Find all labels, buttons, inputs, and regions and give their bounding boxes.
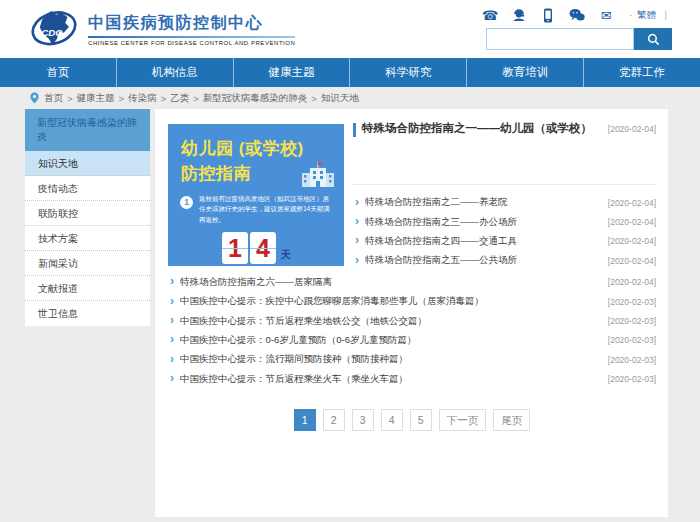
poster-days-unit: 天	[281, 248, 291, 262]
chevron-right-icon: ›	[355, 233, 359, 247]
sidebar-item[interactable]: 疫情动态	[25, 176, 150, 201]
nav-item[interactable]: 党群工作	[584, 58, 700, 87]
featured-poster[interactable]: 幼儿园 (或学校) 防控指南 1 返校前有过疫情高发地区（如武汉等地区	[168, 124, 344, 266]
main-nav: 首页机构信息健康主题科学研究教育培训党群工作	[0, 58, 700, 87]
article-date: [2020-02-04]	[600, 217, 656, 227]
nav-item[interactable]: 机构信息	[117, 58, 234, 87]
page-button[interactable]: 4	[381, 409, 403, 431]
sidebar-item[interactable]: 联防联控	[25, 201, 150, 226]
search-button[interactable]	[634, 28, 672, 50]
breadcrumb-link[interactable]: 乙类	[170, 92, 189, 105]
article-title[interactable]: 中国疾控中心提示：节后返程乘坐火车（乘坐火车篇）	[180, 373, 408, 386]
pagination: 12345下一页尾页	[168, 409, 656, 431]
article-row[interactable]: › 中国疾控中心提示：节后返程乘坐火车（乘坐火车篇） [2020-02-03]	[168, 370, 656, 389]
breadcrumb-separator: >	[119, 93, 125, 104]
breadcrumb-link[interactable]: 首页	[44, 92, 63, 105]
article-date: [2020-02-03]	[600, 355, 656, 365]
breadcrumb-link[interactable]: 传染病	[128, 92, 157, 105]
article-date: [2020-02-04]	[600, 236, 656, 246]
breadcrumb: 首页>健康主题>传染病>乙类>新型冠状病毒感染的肺炎>知识天地>	[0, 87, 700, 109]
article-row[interactable]: › 中国疾控中心提示：0-6岁儿童预防（0-6岁儿童预防篇） [2020-02-…	[168, 331, 656, 350]
site-subtitle: CHINESE CENTER FOR DISEASE CONTROL AND P…	[88, 40, 295, 46]
featured-article-title[interactable]: 特殊场合防控指南之一——幼儿园（或学校）	[362, 121, 592, 136]
chevron-right-icon: ›	[355, 214, 359, 228]
mobile-icon[interactable]	[540, 8, 556, 22]
page-button[interactable]: 5	[410, 409, 432, 431]
cdc-logo-icon: CDC	[30, 4, 78, 54]
article-row[interactable]: › 中国疾控中心提示：流行期间预防接种（预防接种篇） [2020-02-03]	[168, 350, 656, 369]
wechat-icon[interactable]	[569, 8, 585, 22]
featured-section: 幼儿园 (或学校) 防控指南 1 返校前有过疫情高发地区（如武汉等地区	[168, 121, 656, 271]
breadcrumb-link[interactable]: 健康主题	[77, 92, 115, 105]
breadcrumb-separator: >	[161, 93, 167, 104]
article-date: [2020-02-04]	[600, 198, 656, 208]
site-header: CDC 中国疾病预防控制中心 CHINESE CENTER FOR DISEAS…	[0, 0, 700, 58]
service-icon[interactable]	[511, 8, 527, 22]
article-title[interactable]: 特殊场合防控指南之二——养老院	[365, 196, 508, 209]
poster-step-number: 1	[180, 196, 193, 209]
flip-card-digit-1: 1	[222, 232, 248, 264]
site-title: 中国疾病预防控制中心	[88, 13, 295, 34]
article-row[interactable]: › 中国疾控中心提示：疾控中心跟您聊聊居家消毒那些事儿（居家消毒篇） [2020…	[168, 292, 656, 311]
nav-item[interactable]: 教育培训	[467, 58, 584, 87]
phone-icon[interactable]: ☎	[482, 8, 498, 22]
lang-divider: ｜	[661, 9, 670, 22]
nav-item[interactable]: 首页	[0, 58, 117, 87]
poster-title-line1: 幼儿园 (或学校)	[181, 137, 344, 160]
lang-link[interactable]: 繁體	[637, 9, 656, 22]
sidebar-item[interactable]: 技术方案	[25, 226, 150, 251]
article-title[interactable]: 中国疾控中心提示：疾控中心跟您聊聊居家消毒那些事儿（居家消毒篇）	[180, 295, 484, 308]
breadcrumb-link[interactable]: 新型冠状病毒感染的肺炎	[203, 92, 308, 105]
magnifier-icon	[647, 33, 660, 46]
flip-card-digit-4: 4	[250, 232, 276, 264]
article-title[interactable]: 中国疾控中心提示：流行期间预防接种（预防接种篇）	[180, 353, 408, 366]
article-date: [2020-02-03]	[600, 297, 656, 307]
chevron-right-icon: ›	[355, 253, 359, 267]
sidebar-item[interactable]: 世卫信息	[25, 301, 150, 326]
article-date: [2020-02-03]	[600, 316, 656, 326]
article-date: [2020-02-04]	[600, 256, 656, 266]
sidebar-item[interactable]: 文献报道	[25, 276, 150, 301]
article-date: [2020-02-04]	[600, 277, 656, 287]
search-input[interactable]	[486, 28, 634, 50]
logo-cdc-text: CDC	[41, 27, 63, 38]
page-button[interactable]: 2	[323, 409, 345, 431]
article-row[interactable]: › 特殊场合防控指南之六——居家隔离 [2020-02-04]	[168, 273, 656, 292]
breadcrumb-separator: >	[67, 93, 73, 104]
featured-article-date: [2020-02-04]	[602, 121, 656, 134]
nav-item[interactable]: 科学研究	[350, 58, 467, 87]
page-button[interactable]: 3	[352, 409, 374, 431]
sidebar-item[interactable]: 知识天地	[25, 151, 150, 176]
page-button[interactable]: 尾页	[493, 409, 530, 431]
nav-item[interactable]: 健康主题	[234, 58, 351, 87]
article-title[interactable]: 特殊场合防控指南之四——交通工具	[365, 235, 517, 248]
breadcrumb-link[interactable]: 知识天地	[321, 92, 359, 105]
chevron-right-icon: ›	[170, 274, 174, 288]
article-title[interactable]: 特殊场合防控指南之六——居家隔离	[180, 276, 332, 289]
article-title[interactable]: 特殊场合防控指南之三——办公场所	[365, 216, 517, 229]
article-date: [2020-02-03]	[600, 335, 656, 345]
chevron-right-icon: ›	[170, 352, 174, 366]
article-title[interactable]: 中国疾控中心提示：节后返程乘坐地铁公交（地铁公交篇）	[180, 315, 427, 328]
title-accent-bar	[353, 123, 356, 137]
article-title[interactable]: 中国疾控中心提示：0-6岁儿童预防（0-6岁儿童预防篇）	[180, 334, 416, 347]
sidebar: 新型冠状病毒感染的肺炎 知识天地疫情动态联防联控技术方案新闻采访文献报道世卫信息	[25, 109, 150, 326]
article-row[interactable]: › 特殊场合防控指南之四——交通工具 [2020-02-04]	[353, 232, 656, 251]
article-row[interactable]: › 特殊场合防控指南之三——办公场所 [2020-02-04]	[353, 212, 656, 231]
sidebar-item[interactable]: 新闻采访	[25, 251, 150, 276]
article-row[interactable]: › 特殊场合防控指南之五——公共场所 [2020-02-04]	[353, 251, 656, 270]
chevron-right-icon: ›	[170, 332, 174, 346]
title-underline	[88, 36, 295, 38]
page-button[interactable]: 1	[294, 409, 316, 431]
article-row[interactable]: › 中国疾控中心提示：节后返程乘坐地铁公交（地铁公交篇） [2020-02-03…	[168, 311, 656, 330]
lang-dot: ·	[629, 10, 632, 20]
chevron-right-icon: ›	[170, 294, 174, 308]
chevron-right-icon: ›	[355, 195, 359, 209]
mail-icon[interactable]: ✉	[598, 8, 614, 22]
article-date: [2020-02-03]	[600, 374, 656, 384]
article-title[interactable]: 特殊场合防控指南之五——公共场所	[365, 254, 517, 267]
sidebar-header: 新型冠状病毒感染的肺炎	[25, 109, 150, 151]
featured-summary-space	[353, 139, 656, 184]
article-row[interactable]: › 特殊场合防控指南之二——养老院 [2020-02-04]	[353, 193, 656, 212]
page-button[interactable]: 下一页	[439, 409, 487, 431]
